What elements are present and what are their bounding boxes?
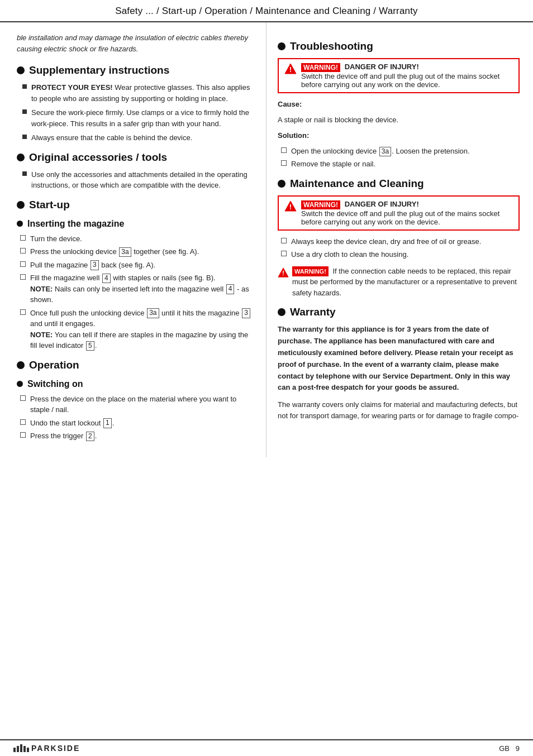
bar-1 xyxy=(13,748,16,752)
ref-3a-t: 3a xyxy=(379,147,391,157)
operation-section: Operation xyxy=(17,359,256,371)
svg-text:!: ! xyxy=(289,203,292,211)
list-item: Press the trigger 2. xyxy=(20,430,256,442)
checkbox-icon xyxy=(281,251,287,256)
ref-4b: 4 xyxy=(226,284,235,294)
square-icon xyxy=(22,135,27,139)
warning-label: WARNING! xyxy=(301,200,340,209)
warranty-bold-text: The warranty for this appliance is for 3… xyxy=(278,324,520,394)
list-item: Always ensure that the cable is behind t… xyxy=(22,132,256,143)
bar-3 xyxy=(20,744,22,752)
checkbox-icon xyxy=(20,432,26,438)
list-item: Secure the work-piece firmly. Use clamps… xyxy=(22,107,256,129)
inserting-title: Inserting the magazine xyxy=(17,219,256,229)
page: Safety ... / Start-up / Operation / Main… xyxy=(0,0,533,756)
content-area: ble installation and may damage the insu… xyxy=(0,22,533,457)
bar-2 xyxy=(17,746,19,752)
bullet-icon xyxy=(17,381,23,387)
checkbox-icon xyxy=(20,309,26,315)
warranty-title: Warranty xyxy=(278,306,520,318)
ref-3b: 3 xyxy=(242,308,250,318)
list-item: Remove the staple or nail. xyxy=(281,159,520,170)
warning-triangle-icon: ! xyxy=(284,63,297,75)
checkbox-icon xyxy=(20,419,26,425)
list-item: Press the device on the place on the mat… xyxy=(20,394,256,415)
troubleshooting-warning: ! WARNING! DANGER OF INJURY! Switch the … xyxy=(278,58,520,93)
accessories-list: Use only the accessories and attachments… xyxy=(17,169,256,191)
list-item: Pull the magazine 3 back (see fig. A). xyxy=(20,260,256,271)
troubleshooting-title: Troubleshooting xyxy=(278,40,520,52)
bullet-icon xyxy=(17,221,23,227)
list-item: Fill the magazine well 4 with staples or… xyxy=(20,272,256,305)
right-column: Troubleshooting ! WARNING! DANGER OF INJ… xyxy=(266,22,533,457)
bullet-icon xyxy=(17,361,25,369)
ref-3a: 3a xyxy=(119,247,131,257)
startup-title: Start-up xyxy=(17,199,256,211)
warning-triangle-icon: ! xyxy=(278,267,289,278)
ref-4: 4 xyxy=(102,274,111,284)
ref-3a2: 3a xyxy=(147,308,159,318)
list-item: Once full push the unlocking device 3a u… xyxy=(20,308,256,351)
list-item: Always keep the device clean, dry and fr… xyxy=(281,236,520,247)
startup-section: Start-up xyxy=(17,199,256,211)
bullet-icon xyxy=(17,154,25,161)
list-item: PROTECT YOUR EYES! Wear protective glass… xyxy=(22,82,256,104)
checkbox-icon xyxy=(20,274,26,280)
bullet-icon xyxy=(17,66,25,74)
list-item: Use a dry cloth to clean the housing. xyxy=(281,249,520,260)
operation-title: Operation xyxy=(17,359,256,371)
page-footer: PARKSIDE GB 9 xyxy=(0,739,533,756)
switching-on-list: Press the device on the place on the mat… xyxy=(17,394,256,442)
logo-bars xyxy=(13,744,29,752)
bullet-icon xyxy=(278,308,285,316)
supplementary-list: PROTECT YOUR EYES! Wear protective glass… xyxy=(17,82,256,143)
list-item: Press the unlocking device 3a together (… xyxy=(20,246,256,257)
maintenance-section: Maintenance and Cleaning ! WARNING! DANG… xyxy=(278,178,520,298)
checkbox-icon xyxy=(281,160,287,166)
ref-2: 2 xyxy=(86,432,94,442)
page-header: Safety ... / Start-up / Operation / Main… xyxy=(0,0,533,22)
logo-text: PARKSIDE xyxy=(31,744,80,753)
checkbox-icon xyxy=(20,395,26,401)
list-item: Undo the start lockout 1. xyxy=(20,418,256,429)
list-item: Turn the device. xyxy=(20,233,256,245)
ref-5: 5 xyxy=(86,341,94,351)
svg-text:!: ! xyxy=(282,269,284,277)
maintenance-list: Always keep the device clean, dry and fr… xyxy=(278,236,520,260)
warning-label2: WARNING! xyxy=(292,266,329,277)
troubleshooting-section: Troubleshooting ! WARNING! DANGER OF INJ… xyxy=(278,40,520,170)
parkside-logo: PARKSIDE xyxy=(13,744,80,753)
inserting-list: Turn the device. Press the unlocking dev… xyxy=(17,233,256,351)
ref-3: 3 xyxy=(91,260,99,270)
supplementary-section: Supplementary instructions PROTECT YOUR … xyxy=(17,64,256,143)
checkbox-icon xyxy=(20,261,26,267)
bar-5 xyxy=(27,748,29,752)
bullet-icon xyxy=(278,180,285,188)
supplementary-title: Supplementary instructions xyxy=(17,64,256,76)
warning-triangle-icon: ! xyxy=(284,200,297,212)
warranty-section: Warranty The warranty for this appliance… xyxy=(278,306,520,422)
troubleshooting-list: Open the unlocking device 3a. Loosen the… xyxy=(278,146,520,170)
switching-on-section: Switching on Press the device on the pla… xyxy=(17,379,256,442)
svg-text:!: ! xyxy=(289,65,292,74)
list-item: Use only the accessories and attachments… xyxy=(22,169,256,191)
list-item: Open the unlocking device 3a. Loosen the… xyxy=(281,146,520,157)
square-icon xyxy=(22,171,27,176)
square-icon xyxy=(22,84,27,89)
warning-label: WARNING! xyxy=(301,63,340,72)
maintenance-warning2: ! WARNING! If the connection cable needs… xyxy=(278,266,520,299)
checkbox-icon xyxy=(20,235,26,241)
bar-4 xyxy=(23,746,26,752)
accessories-title: Original accessories / tools xyxy=(17,151,256,164)
bullet-icon xyxy=(278,42,285,50)
footer-page-info: GB 9 xyxy=(499,744,520,753)
inserting-section: Inserting the magazine Turn the device. … xyxy=(17,219,256,351)
header-title: Safety ... / Start-up / Operation / Main… xyxy=(115,6,418,16)
accessories-section: Original accessories / tools Use only th… xyxy=(17,151,256,191)
maintenance-warning: ! WARNING! DANGER OF INJURY! Switch the … xyxy=(278,195,520,231)
switching-on-title: Switching on xyxy=(17,379,256,389)
maintenance-title: Maintenance and Cleaning xyxy=(278,178,520,190)
checkbox-icon xyxy=(20,248,26,253)
intro-text: ble installation and may damage the insu… xyxy=(17,32,256,54)
ref-1: 1 xyxy=(103,418,112,428)
